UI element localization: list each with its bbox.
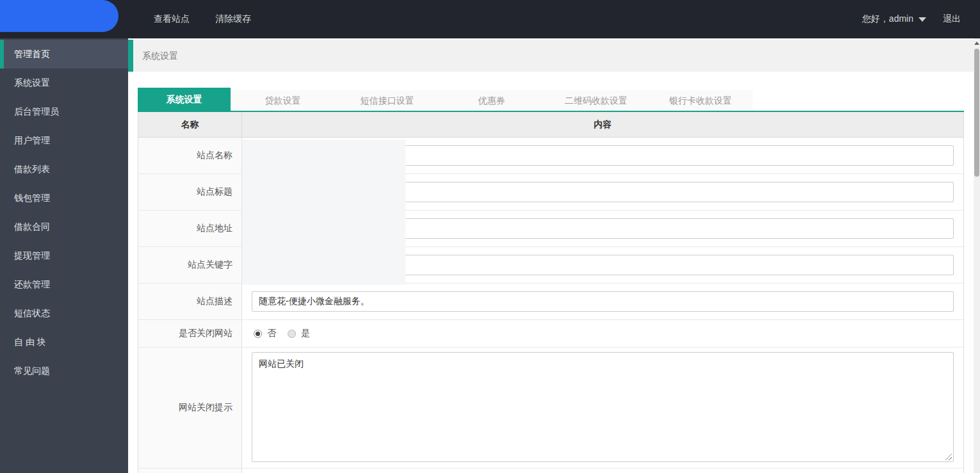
sidebar-item-system-settings[interactable]: 系统设置 xyxy=(0,68,128,97)
floating-panel xyxy=(242,140,405,285)
sidebar-item-admins[interactable]: 后台管理员 xyxy=(0,97,128,126)
chevron-down-icon xyxy=(919,17,926,22)
greeting-text: 您好，admin xyxy=(862,13,913,25)
header-content: 内容 xyxy=(242,112,963,137)
scrollbar-thumb[interactable] xyxy=(974,49,979,177)
sidebar-item-loan-list[interactable]: 借款列表 xyxy=(0,155,128,184)
top-right: 您好，admin 退出 xyxy=(862,0,961,38)
sidebar-item-faq[interactable]: 常见问题 xyxy=(0,357,128,385)
table-row: 网站关闭提示 网站已关闭 xyxy=(138,348,963,469)
sidebar-item-free-block[interactable]: 自 由 块 xyxy=(0,328,128,357)
field-label: 站点地址 xyxy=(138,211,242,246)
table-row: 站点描述 xyxy=(138,284,963,320)
radio-yes[interactable] xyxy=(288,330,296,338)
top-bar: 查看站点 清除缓存 您好，admin 退出 xyxy=(0,0,980,38)
main-content: 系统设置 系统设置 贷款设置 短信接口设置 优惠券 二维码收款设置 银行卡收款设… xyxy=(128,38,980,473)
header-name: 名称 xyxy=(138,112,242,137)
tab-coupons[interactable]: 优惠券 xyxy=(439,90,544,111)
field-label: 站点标题 xyxy=(138,174,242,210)
user-dropdown[interactable]: 您好，admin xyxy=(862,13,926,25)
sidebar-item-loan-contract[interactable]: 借款合同 xyxy=(0,212,128,241)
sidebar-item-sms-status[interactable]: 短信状态 xyxy=(0,299,128,328)
site-closed-message-textarea[interactable]: 网站已关闭 xyxy=(252,352,954,462)
radio-no[interactable] xyxy=(254,330,262,338)
sidebar-item-wallet[interactable]: 钱包管理 xyxy=(0,184,128,212)
field-label: 网站关闭提示 xyxy=(138,348,242,468)
tabs-bar: 系统设置 贷款设置 短信接口设置 优惠券 二维码收款设置 银行卡收款设置 xyxy=(138,88,964,112)
field-label: 是否关闭网站 xyxy=(138,320,242,347)
top-menu-view-site[interactable]: 查看站点 xyxy=(154,13,190,25)
tab-loan-settings[interactable]: 贷款设置 xyxy=(231,90,335,111)
breadcrumb: 系统设置 xyxy=(128,40,974,72)
radio-no-label: 否 xyxy=(267,328,276,339)
table-row xyxy=(138,469,963,473)
table-row: 是否关闭网站 否 是 xyxy=(138,320,963,348)
sidebar-item-users[interactable]: 用户管理 xyxy=(0,126,128,155)
field-label xyxy=(138,469,242,473)
logout-button[interactable]: 退出 xyxy=(943,13,961,25)
tab-system-settings[interactable]: 系统设置 xyxy=(138,88,231,111)
field-label: 站点关键字 xyxy=(138,247,242,283)
field-label: 站点描述 xyxy=(138,284,242,319)
close-site-radio-group: 否 是 xyxy=(252,328,319,339)
tab-sms-api-settings[interactable]: 短信接口设置 xyxy=(335,90,439,111)
sidebar-item-dashboard[interactable]: 管理首页 xyxy=(0,40,128,68)
vertical-scrollbar xyxy=(974,38,980,473)
table-header-row: 名称 内容 xyxy=(138,112,963,138)
sidebar: 管理首页 系统设置 后台管理员 用户管理 借款列表 钱包管理 借款合同 提现管理… xyxy=(0,38,128,473)
tab-qrcode-payment-settings[interactable]: 二维码收款设置 xyxy=(544,90,648,111)
top-menu-clear-cache[interactable]: 清除缓存 xyxy=(215,13,251,25)
scrollbar-up-arrow[interactable] xyxy=(974,38,980,47)
field-label: 站点名称 xyxy=(138,138,242,173)
sidebar-item-withdraw[interactable]: 提现管理 xyxy=(0,241,128,270)
radio-yes-label: 是 xyxy=(301,328,310,339)
tab-bankcard-payment-settings[interactable]: 银行卡收款设置 xyxy=(648,90,753,111)
logo xyxy=(0,0,118,32)
page-title: 系统设置 xyxy=(142,51,178,61)
sidebar-item-repayment[interactable]: 还款管理 xyxy=(0,270,128,299)
site-description-input[interactable] xyxy=(252,291,954,312)
top-menu: 查看站点 清除缓存 xyxy=(154,0,251,38)
